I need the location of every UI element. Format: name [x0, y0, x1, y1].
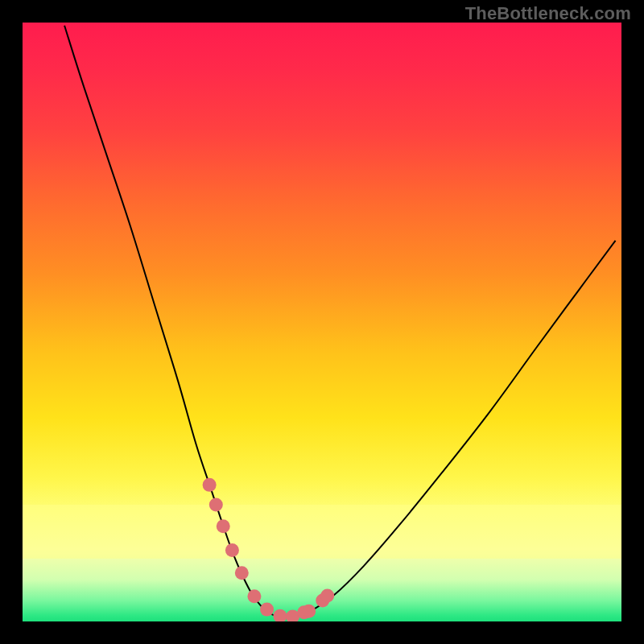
tolerance-marker [260, 603, 274, 617]
tolerance-marker [302, 605, 316, 618]
tolerance-marker [247, 589, 261, 603]
tolerance-marker [273, 609, 287, 623]
tolerance-marker [320, 589, 334, 603]
tolerance-marker [225, 543, 239, 557]
highlight-band [23, 505, 621, 559]
chart-svg [0, 0, 644, 644]
tolerance-marker [217, 519, 230, 533]
bottleneck-chart: TheBottleneck.com [0, 0, 644, 644]
tolerance-marker [235, 566, 249, 580]
watermark-text: TheBottleneck.com [465, 3, 631, 24]
tolerance-marker [209, 497, 223, 511]
tolerance-marker [203, 478, 217, 492]
